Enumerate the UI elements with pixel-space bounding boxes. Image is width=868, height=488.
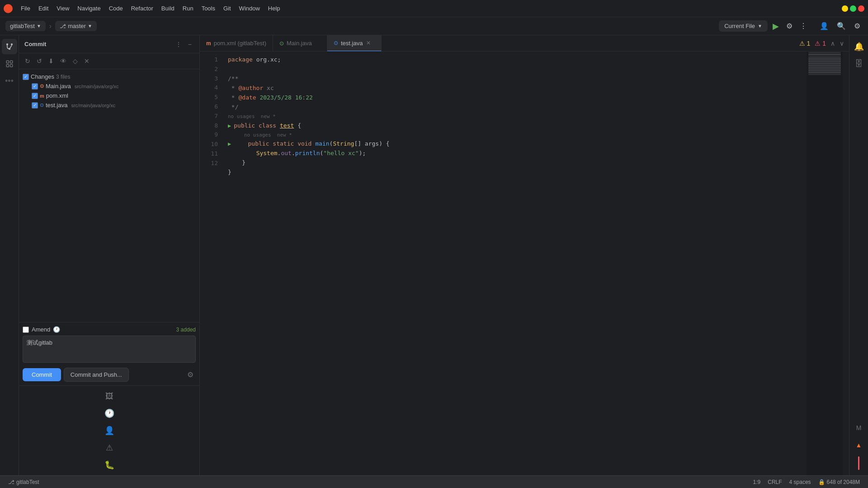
indent-label: 4 spaces: [789, 479, 811, 485]
tab-right-icons: ⚠ 1 ⚠ 1 ∧ ∨: [794, 35, 849, 51]
main-tab-label: Main.java: [287, 40, 312, 47]
changes-group-header[interactable]: Changes 3 files: [19, 72, 199, 81]
search-icon[interactable]: 🔍: [835, 19, 848, 33]
undo-icon[interactable]: ↺: [34, 56, 44, 66]
menu-run[interactable]: Run: [179, 3, 197, 14]
line-number: 11: [200, 149, 218, 159]
editor-content: 1 2 3 4 5 6 7 8 9 10 11 12 package org.x…: [200, 52, 849, 475]
run-button[interactable]: ▶: [770, 19, 781, 33]
download-icon[interactable]: ⬇: [46, 56, 56, 66]
indent-status[interactable]: 4 spaces: [786, 476, 815, 488]
refresh-icon[interactable]: ↻: [23, 56, 33, 66]
menu-navigate[interactable]: Navigate: [74, 3, 104, 14]
meta-line[interactable]: no usages new *: [226, 112, 807, 121]
cursor-position[interactable]: 1:9: [750, 476, 764, 488]
settings-button[interactable]: ⚙: [784, 19, 795, 33]
scroll-up-icon[interactable]: ∧: [829, 38, 836, 48]
project-selector[interactable]: gitlabTest ▼: [5, 21, 46, 31]
error-indicator: [858, 456, 859, 470]
more-options-button[interactable]: ⋮: [797, 19, 809, 33]
code-area[interactable]: package org.xc; /** * @author xc * @date…: [222, 52, 807, 475]
menu-git[interactable]: Git: [220, 3, 235, 14]
changes-checkbox[interactable]: [23, 74, 29, 80]
current-file-button[interactable]: Current File ▼: [719, 20, 768, 32]
menu-view[interactable]: View: [53, 3, 73, 14]
tab-errors[interactable]: ⚠ 1: [813, 38, 827, 48]
list-item[interactable]: ⊙ test.java src/main/java/org/xc: [19, 100, 199, 110]
gallery-icon[interactable]: 🖼: [102, 389, 117, 404]
svg-point-1: [10, 43, 12, 45]
test-icon: ⊙: [40, 102, 44, 108]
encoding-status[interactable]: 🔒 648 of 2048M: [815, 476, 863, 488]
tab-main-java[interactable]: ⊙ Main.java: [273, 35, 327, 51]
gitlab-right-icon[interactable]: ▲: [851, 437, 867, 453]
cursor-pos-label: 1:9: [753, 479, 761, 485]
scroll-down-icon[interactable]: ∨: [838, 38, 845, 48]
stash-icon[interactable]: ◇: [71, 56, 80, 66]
commit-header-icons: ⋮ −: [173, 40, 194, 49]
pom-xml-checkbox[interactable]: [32, 93, 38, 99]
discard-icon[interactable]: ✕: [82, 56, 92, 66]
right-toolbar-icons: 👤 🔍 ⚙: [817, 19, 863, 33]
run-arrow-8[interactable]: ▶: [228, 140, 231, 148]
branch-name: master: [68, 23, 86, 29]
activity-more[interactable]: •••: [2, 73, 17, 89]
line-number: 10: [200, 140, 218, 149]
preview-icon[interactable]: 👁: [58, 56, 69, 66]
tab-test-java[interactable]: ⊙ test.java ✕: [327, 35, 382, 51]
list-item[interactable]: m pom.xml: [19, 91, 199, 100]
tab-warnings[interactable]: ⚠ 1: [798, 38, 812, 48]
test-tab-close[interactable]: ✕: [365, 39, 372, 47]
main-java-filename: Main.java: [46, 83, 71, 90]
menu-help[interactable]: Help: [264, 3, 284, 14]
notifications-right-icon[interactable]: 🔔: [851, 39, 867, 54]
avatar-icon[interactable]: 👤: [102, 423, 117, 438]
clock-icon[interactable]: 🕐: [53, 326, 60, 333]
history-icon[interactable]: 🕐: [102, 406, 117, 421]
commit-message-input[interactable]: 测试gitlab: [23, 336, 196, 363]
commit-settings-icon[interactable]: ⚙: [185, 368, 196, 381]
app-logo: [4, 4, 13, 13]
main-java-checkbox[interactable]: [32, 83, 38, 90]
account-icon[interactable]: 👤: [817, 19, 831, 33]
editor-scrollbar[interactable]: [843, 52, 849, 475]
menu-edit[interactable]: Edit: [35, 3, 52, 14]
close-button[interactable]: [858, 5, 864, 12]
commit-button[interactable]: Commit: [23, 368, 61, 381]
line-ending-status[interactable]: CRLF: [764, 476, 785, 488]
minimize-panel-button[interactable]: −: [186, 40, 194, 49]
menu-build[interactable]: Build: [158, 3, 178, 14]
warning-icon: ⚠ 1: [799, 40, 811, 47]
amend-checkbox[interactable]: [23, 327, 29, 333]
commit-and-push-button[interactable]: Commit and Push...: [64, 368, 129, 382]
plugin-right-icon[interactable]: M: [851, 420, 867, 436]
commit-panel-title: Commit: [24, 41, 173, 47]
changes-label: Changes: [31, 73, 54, 80]
line-number: 7: [200, 112, 218, 121]
menu-window[interactable]: Window: [236, 3, 264, 14]
git-status[interactable]: ⎇ gitlabTest: [5, 476, 43, 488]
debug-icon[interactable]: 🐛: [102, 457, 117, 473]
branch-selector[interactable]: ⎇ master ▼: [55, 21, 97, 31]
line-number: 4: [200, 83, 218, 93]
activity-structure[interactable]: [2, 56, 17, 71]
minimize-button[interactable]: [842, 5, 848, 12]
database-right-icon[interactable]: 🗄: [851, 56, 867, 71]
meta-line[interactable]: no usages new *: [226, 131, 807, 140]
maximize-button[interactable]: [850, 5, 856, 12]
menu-tools[interactable]: Tools: [198, 3, 219, 14]
error-icon: ⚠ 1: [815, 40, 826, 47]
test-java-checkbox[interactable]: [32, 102, 38, 109]
amend-label[interactable]: Amend: [32, 326, 50, 333]
menu-refactor[interactable]: Refactor: [127, 3, 157, 14]
menu-code[interactable]: Code: [105, 3, 127, 14]
run-arrow-7[interactable]: ▶: [228, 122, 231, 130]
notifications-icon[interactable]: ⚙: [852, 19, 863, 33]
list-item[interactable]: ⊙ Main.java src/main/java/org/xc: [19, 81, 199, 91]
activity-git[interactable]: [2, 39, 17, 54]
code-line: * @date 2023/5/28 16:22: [226, 93, 807, 103]
problems-icon[interactable]: ⚠: [102, 440, 117, 455]
menu-file[interactable]: File: [17, 3, 34, 14]
tab-pom-xml[interactable]: m pom.xml (gitlabTest): [200, 35, 273, 51]
ellipsis-menu-button[interactable]: ⋮: [173, 40, 184, 49]
